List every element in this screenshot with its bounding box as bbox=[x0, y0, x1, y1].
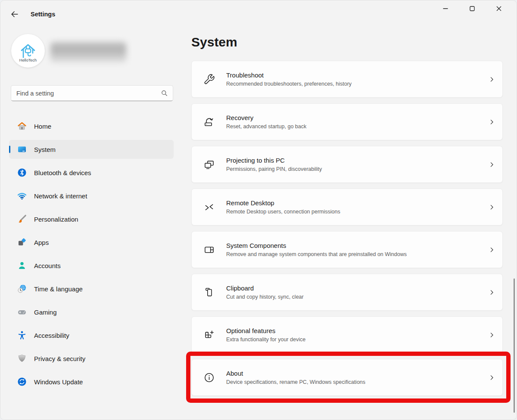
apps-icon bbox=[17, 237, 27, 247]
hellotech-logo-icon: HelloTech bbox=[13, 36, 43, 66]
card-title: System Components bbox=[226, 242, 407, 249]
sidebar-item-label: Network & internet bbox=[34, 192, 87, 200]
chevron-right-icon bbox=[488, 246, 495, 253]
time-language-icon bbox=[17, 284, 27, 294]
close-button[interactable] bbox=[486, 0, 512, 17]
system-components-icon bbox=[203, 244, 215, 256]
troubleshoot-icon bbox=[203, 74, 215, 85]
card-clipboard[interactable]: Clipboard Cut and copy history, sync, cl… bbox=[191, 274, 503, 311]
card-title: Clipboard bbox=[226, 284, 304, 292]
card-subtitle: Remove and manage system components that… bbox=[226, 251, 407, 257]
card-text: Clipboard Cut and copy history, sync, cl… bbox=[226, 284, 304, 300]
card-subtitle: Recommended troubleshooters, preferences… bbox=[226, 81, 352, 87]
sidebar-item-network[interactable]: Network & internet bbox=[9, 186, 174, 205]
back-arrow-icon bbox=[10, 9, 19, 19]
card-title: Troubleshoot bbox=[226, 71, 352, 79]
optional-features-icon bbox=[203, 329, 215, 341]
selected-accent-bar bbox=[9, 146, 10, 153]
avatar: HelloTech bbox=[11, 34, 45, 68]
blurred-username bbox=[50, 42, 126, 62]
card-text: Optional features Extra functionality fo… bbox=[226, 327, 305, 343]
card-text: System Components Remove and manage syst… bbox=[226, 242, 407, 257]
sidebar-item-bluetooth[interactable]: Bluetooth & devices bbox=[9, 163, 174, 182]
system-icon bbox=[17, 144, 27, 154]
sidebar-item-accessibility[interactable]: Accessibility bbox=[9, 326, 174, 345]
card-system-components[interactable]: System Components Remove and manage syst… bbox=[191, 231, 503, 268]
card-optional-features[interactable]: Optional features Extra functionality fo… bbox=[191, 316, 503, 353]
card-title: Optional features bbox=[226, 327, 305, 334]
sidebar-item-apps[interactable]: Apps bbox=[9, 233, 174, 252]
minimize-button[interactable] bbox=[432, 0, 459, 17]
chevron-right-icon bbox=[488, 374, 495, 381]
chevron-right-icon bbox=[488, 118, 495, 126]
sidebar-item-label: Bluetooth & devices bbox=[34, 169, 91, 176]
maximize-button[interactable] bbox=[459, 0, 486, 17]
sidebar-item-accounts[interactable]: Accounts bbox=[9, 256, 174, 275]
card-recovery[interactable]: Recovery Reset, advanced startup, go bac… bbox=[191, 103, 503, 140]
maximize-icon bbox=[467, 3, 477, 14]
sidebar-item-label: Accessibility bbox=[34, 332, 69, 339]
card-title: Remote Desktop bbox=[226, 199, 340, 207]
chevron-right-icon bbox=[488, 289, 495, 296]
settings-window: Settings Hello bbox=[0, 0, 517, 420]
sidebar-item-label: System bbox=[34, 146, 56, 153]
window-controls bbox=[432, 0, 512, 17]
sidebar-item-personalization[interactable]: Personalization bbox=[9, 210, 174, 229]
search-input[interactable] bbox=[16, 90, 160, 97]
search-icon bbox=[160, 89, 168, 97]
personalization-icon bbox=[17, 214, 27, 224]
card-projecting[interactable]: Projecting to this PC Permissions, pairi… bbox=[191, 146, 503, 183]
card-remote-desktop[interactable]: Remote Desktop Remote Desktop users, con… bbox=[191, 188, 503, 225]
card-text: Recovery Reset, advanced startup, go bac… bbox=[226, 114, 306, 130]
accounts-icon bbox=[17, 260, 27, 271]
gaming-icon bbox=[17, 307, 27, 317]
sidebar-item-label: Time & language bbox=[34, 285, 83, 293]
card-text: About Device specifications, rename PC, … bbox=[226, 370, 365, 385]
about-icon bbox=[203, 372, 215, 383]
sidebar-item-label: Privacy & security bbox=[34, 355, 85, 362]
sidebar-nav: Home System Bluetooth & devices Network … bbox=[9, 117, 174, 391]
privacy-icon bbox=[17, 353, 27, 364]
card-about[interactable]: About Device specifications, rename PC, … bbox=[191, 359, 503, 396]
chevron-right-icon bbox=[488, 76, 495, 83]
chevron-right-icon bbox=[488, 331, 495, 339]
card-subtitle: Reset, advanced startup, go back bbox=[226, 124, 306, 130]
card-troubleshoot[interactable]: Troubleshoot Recommended troubleshooters… bbox=[191, 61, 503, 98]
card-title: About bbox=[226, 370, 365, 377]
svg-text:HelloTech: HelloTech bbox=[19, 58, 37, 62]
sidebar-item-label: Accounts bbox=[34, 262, 61, 269]
card-subtitle: Extra functionality for your device bbox=[226, 337, 305, 343]
clipboard-icon bbox=[203, 287, 215, 298]
card-subtitle: Cut and copy history, sync, clear bbox=[226, 294, 304, 300]
close-icon bbox=[494, 3, 504, 14]
sidebar-item-gaming[interactable]: Gaming bbox=[9, 303, 174, 321]
windows-update-icon bbox=[17, 377, 27, 387]
chevron-right-icon bbox=[488, 204, 495, 211]
card-text: Remote Desktop Remote Desktop users, con… bbox=[226, 199, 340, 215]
projecting-icon bbox=[203, 159, 215, 170]
settings-card-list: Troubleshoot Recommended troubleshooters… bbox=[191, 61, 503, 396]
recovery-icon bbox=[203, 116, 215, 128]
sidebar-item-label: Home bbox=[34, 123, 51, 130]
card-subtitle: Device specifications, rename PC, Window… bbox=[226, 379, 365, 385]
bluetooth-icon bbox=[17, 167, 27, 178]
page-title: System bbox=[191, 35, 237, 49]
sidebar-item-windows-update[interactable]: Windows Update bbox=[9, 372, 174, 391]
remote-desktop-icon bbox=[203, 201, 215, 213]
card-subtitle: Permissions, pairing PIN, discoverabilit… bbox=[226, 166, 322, 172]
home-icon bbox=[17, 121, 27, 131]
scrollbar-thumb[interactable] bbox=[514, 278, 515, 413]
sidebar-item-label: Gaming bbox=[34, 309, 57, 316]
minimize-icon bbox=[440, 3, 451, 14]
card-subtitle: Remote Desktop users, connection permiss… bbox=[226, 209, 340, 215]
card-title: Recovery bbox=[226, 114, 306, 121]
sidebar-item-privacy[interactable]: Privacy & security bbox=[9, 349, 174, 368]
sidebar-item-home[interactable]: Home bbox=[9, 117, 174, 136]
accessibility-icon bbox=[17, 330, 27, 340]
card-text: Troubleshoot Recommended troubleshooters… bbox=[226, 71, 352, 87]
sidebar-item-system[interactable]: System bbox=[9, 140, 174, 159]
search-box bbox=[11, 85, 173, 101]
network-icon bbox=[17, 191, 27, 201]
sidebar-item-time-language[interactable]: Time & language bbox=[9, 279, 174, 298]
back-button[interactable] bbox=[8, 8, 21, 20]
